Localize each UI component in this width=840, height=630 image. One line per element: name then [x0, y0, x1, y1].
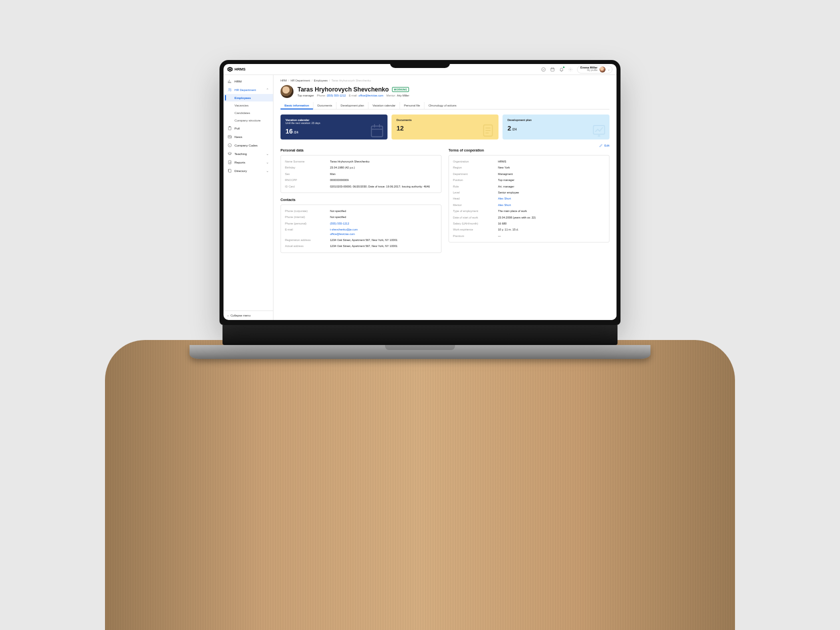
row-value: Taras Hryhorovych Shevchenko	[330, 160, 370, 164]
nav-label: Directory	[234, 169, 247, 172]
row-key: Head	[453, 196, 498, 200]
collapse-menu-button[interactable]: ‹ Collapse menu	[224, 310, 273, 320]
crumb-hrm[interactable]: HRM	[280, 79, 287, 82]
settings-icon[interactable]	[568, 67, 573, 72]
profile-mentor: Ariy Miller	[397, 94, 410, 97]
row-key: Sex	[285, 172, 330, 176]
nav-hr-department[interactable]: HR Department ⌃	[224, 86, 273, 94]
card-devplan[interactable]: Development plan 2 /24	[502, 114, 610, 140]
data-row: Date of start of work23.04.2008 (years w…	[453, 214, 605, 220]
bell-icon[interactable]	[559, 67, 564, 72]
data-row: Phone (corporate)Not specified	[285, 208, 437, 214]
phone-label: Phone:	[317, 94, 326, 97]
nav-reports[interactable]: Reports ⌄	[224, 158, 273, 166]
data-row: HeadAlex Short	[453, 196, 605, 202]
report-icon	[228, 160, 232, 164]
chevron-down-icon: ⌄	[608, 68, 610, 71]
check-icon[interactable]	[541, 67, 546, 72]
nav-teaching[interactable]: Teaching ⌄	[224, 150, 273, 158]
brand[interactable]: HRMS	[228, 67, 246, 72]
row-key: Actual address	[285, 244, 330, 248]
row-value[interactable]: Alex Short	[498, 196, 511, 200]
nav-sub-employees[interactable]: Employees	[224, 94, 273, 102]
nav-company-codes[interactable]: Company Codes	[224, 141, 273, 150]
crumb-hr-dept[interactable]: HR Department	[290, 79, 310, 82]
crumb-current: Taras Hryhorovych Shevchenko	[332, 79, 371, 82]
chevron-down-icon: ⌄	[266, 152, 269, 156]
row-key: Phone (internal)	[285, 215, 330, 219]
nav-hrm[interactable]: HRM	[224, 77, 273, 86]
clipboard-icon	[228, 126, 232, 130]
tab-vacation[interactable]: Vacation calendar	[368, 102, 400, 109]
row-value[interactable]: t-shevchenko@je.comoffice@levictas.com	[330, 228, 358, 236]
edit-button[interactable]: Edit	[599, 144, 610, 148]
row-value: 10 y. 11 m. 15 d.	[498, 228, 518, 232]
profile-avatar	[280, 85, 294, 98]
data-row: SexMan	[285, 171, 437, 177]
nav-news[interactable]: News	[224, 132, 273, 141]
chart-icon	[228, 79, 232, 84]
laptop-frame: HRMS	[220, 60, 620, 359]
tab-chronology[interactable]: Chronology of actions	[424, 102, 460, 109]
data-row: Type of employmentThe main place of work	[453, 208, 605, 214]
section-terms-title: Terms of cooperation	[448, 148, 610, 152]
user-menu[interactable]: Emma Miller My profile ⌄	[577, 66, 612, 74]
nav-sub-vacancies[interactable]: Vacancies	[224, 102, 273, 109]
data-row: RNOCPP000000000009	[285, 177, 437, 183]
panel-contacts: Phone (corporate)Not specifiedPhone (int…	[280, 204, 442, 253]
card-vacation[interactable]: Vacation calendar Until the next vacatio…	[280, 114, 388, 140]
data-row: Actual address1234 Oak Street, Apartment…	[285, 243, 437, 249]
profile-phone[interactable]: (555) 555-1212	[326, 94, 346, 97]
nav-sub-company-structure[interactable]: Company structure	[224, 116, 273, 124]
news-icon	[228, 134, 232, 139]
nav-directory[interactable]: Directory ⌄	[224, 166, 273, 175]
profile-email[interactable]: office@levictas.com	[358, 94, 384, 97]
data-row: Birthday23.04.1980 (42 y.o.)	[285, 164, 437, 170]
nav-sub-candidates[interactable]: Candidates	[224, 109, 273, 116]
chevron-up-icon: ⌃	[266, 88, 269, 92]
document-glyph-icon	[480, 123, 496, 138]
row-key: Level	[453, 190, 498, 194]
nav-label: Teaching	[234, 152, 247, 156]
row-value: Senior employee	[498, 190, 519, 194]
email-label: E-mail:	[349, 94, 358, 97]
profile-header: Taras Hryhorovych Shevchenko WORKING Top…	[280, 85, 610, 98]
tab-basic-info[interactable]: Basic information	[280, 102, 314, 109]
data-row: Premium—	[453, 233, 605, 239]
row-value[interactable]: Alex Short	[498, 203, 511, 207]
data-row: OrganizationHRMS	[453, 158, 605, 164]
data-row: Name SurnameTaras Hryhorovych Shevchenko	[285, 158, 437, 164]
brand-text: HRMS	[234, 67, 246, 72]
row-key: ID Card	[285, 184, 330, 188]
chevron-down-icon: ⌄	[266, 169, 269, 173]
nav-poll[interactable]: Poll	[224, 124, 273, 132]
svg-rect-14	[228, 136, 231, 138]
card-value: 16	[286, 128, 292, 135]
row-key: Phone (personal)	[285, 222, 330, 226]
row-value: HRMS	[498, 160, 506, 164]
card-documents[interactable]: Documents 12	[392, 114, 498, 140]
laptop-base	[190, 345, 650, 359]
data-row: LevelSenior employee	[453, 190, 605, 196]
row-value: The main place of work	[498, 209, 527, 213]
tab-personal-file[interactable]: Personal file	[400, 102, 424, 109]
tab-devplan[interactable]: Development plan	[336, 102, 368, 109]
row-value: 02010203-00000; 06/20/2030; Date of issu…	[330, 184, 430, 188]
tab-documents[interactable]: Documents	[314, 102, 336, 109]
data-row: Work expirience10 y. 11 m. 15 d.	[453, 226, 605, 232]
sidebar: HRM HR Department ⌃ Employees Vacancies	[224, 75, 274, 320]
nav-sub-label: Company structure	[234, 118, 260, 122]
row-key: Birthday	[285, 166, 330, 170]
row-key: Work expirience	[453, 228, 498, 232]
collapse-label: Collapse menu	[230, 314, 250, 317]
data-row: RoleArt. manager	[453, 184, 605, 190]
crumb-employees[interactable]: Employees	[314, 79, 328, 82]
row-value: Managment	[498, 172, 513, 176]
brand-logo-icon	[228, 67, 232, 72]
row-value[interactable]: (555) 555-1212	[330, 222, 349, 226]
card-value: 2	[508, 124, 511, 132]
status-badge: WORKING	[392, 87, 410, 92]
row-value: Art. manager	[498, 184, 514, 188]
panel-terms: OrganizationHRMSRegionNew YorkDepartment…	[448, 155, 610, 242]
calendar-icon[interactable]	[550, 67, 555, 72]
